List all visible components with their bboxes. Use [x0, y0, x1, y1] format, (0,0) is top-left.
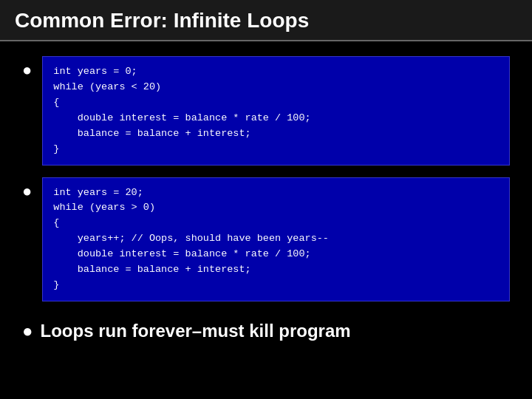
- bullet-item-1: ● int years = 0; while (years < 20) { do…: [22, 56, 510, 166]
- code-line-2-2: while (years > 0): [53, 202, 155, 213]
- content-area: ● int years = 0; while (years < 20) { do…: [0, 41, 532, 399]
- bottom-bullet: ● Loops run forever–must kill program: [22, 321, 510, 341]
- code-block-1: int years = 0; while (years < 20) { doub…: [42, 56, 510, 166]
- code-line-2-6: balance = balance + interest;: [53, 264, 250, 275]
- title-bar: Common Error: Infinite Loops: [0, 0, 532, 41]
- code-block-2: int years = 20; while (years > 0) { year…: [42, 177, 510, 301]
- code-line-1-3: {: [53, 97, 59, 108]
- bullet-item-2: ● int years = 20; while (years > 0) { ye…: [22, 177, 510, 301]
- bottom-bullet-dot: ●: [22, 321, 33, 341]
- code-line-2-5: double interest = balance * rate / 100;: [53, 248, 310, 259]
- code-line-1-4: double interest = balance * rate / 100;: [53, 112, 310, 123]
- bottom-bullet-text: Loops run forever–must kill program: [41, 321, 351, 341]
- code-line-2-7: }: [53, 279, 59, 290]
- code-line-2-1: int years = 20;: [53, 187, 143, 198]
- code-line-1-6: }: [53, 143, 59, 154]
- bullet-dot-1: ●: [22, 61, 32, 80]
- slide-container: Common Error: Infinite Loops ● int years…: [0, 0, 532, 399]
- code-line-2-3: {: [53, 217, 59, 228]
- code-line-1-2: while (years < 20): [53, 81, 161, 92]
- code-line-1-1: int years = 0;: [53, 66, 137, 77]
- slide-title: Common Error: Infinite Loops: [15, 9, 309, 32]
- code-line-1-5: balance = balance + interest;: [53, 128, 250, 139]
- code-line-2-4: years++; // Oops, should have been years…: [53, 233, 329, 244]
- bullet-dot-2: ●: [22, 182, 32, 201]
